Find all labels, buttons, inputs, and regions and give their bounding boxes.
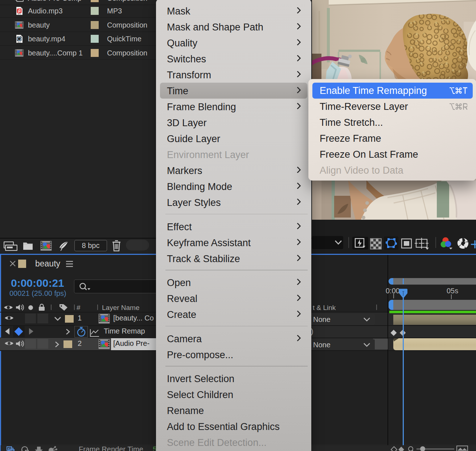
svg-text:M-4: M-4	[18, 41, 21, 43]
svg-text:MP3: MP3	[18, 13, 21, 15]
